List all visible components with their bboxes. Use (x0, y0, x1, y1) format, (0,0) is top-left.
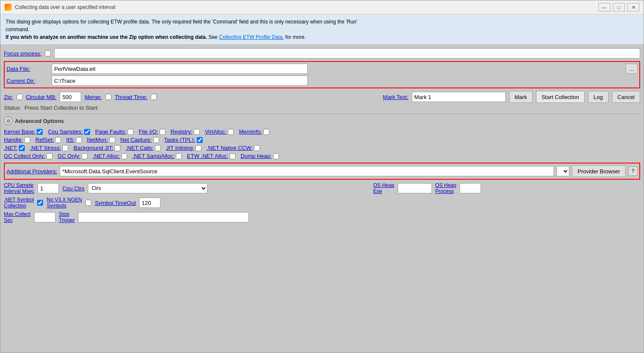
refset-checkbox[interactable] (55, 137, 61, 143)
tasks-tpl-checkbox[interactable] (197, 137, 203, 143)
tasks-tpl-label[interactable]: Tasks (TPL): (164, 137, 195, 143)
os-heap-exe-input[interactable] (398, 183, 432, 193)
iis-checkbox[interactable] (76, 137, 82, 143)
zip-label[interactable]: Zip: (4, 94, 13, 100)
net-capture-label[interactable]: Net Capture: (120, 137, 152, 143)
browse-button[interactable]: ... (626, 64, 638, 74)
dot-net-native-ccw-checkbox[interactable] (254, 145, 260, 151)
max-collect-sec-input[interactable] (34, 212, 55, 222)
collapse-button[interactable]: ⊙ (4, 117, 12, 125)
no-v3x-checkbox[interactable] (85, 200, 91, 206)
providers-help-button[interactable]: ? (628, 166, 638, 176)
mark-text-label[interactable]: Mark Text: (383, 94, 408, 100)
collecting-etw-link[interactable]: Collecting ETW Profile Data. (219, 34, 284, 40)
focus-process-checkbox[interactable] (45, 50, 51, 56)
merge-label[interactable]: Merge: (85, 94, 102, 100)
cancel-button[interactable]: Cancel (612, 91, 640, 103)
dot-net-native-ccw-label[interactable]: .NET Native CCW: (207, 145, 253, 151)
additional-providers-input[interactable] (60, 166, 554, 176)
kernel-base-checkbox[interactable] (37, 129, 43, 135)
gc-only-label[interactable]: GC Only: (58, 153, 80, 159)
mark-button[interactable]: Mark (509, 91, 533, 103)
max-collect-sec-label[interactable]: Max Collect Sec (4, 211, 31, 223)
virt-alloc-checkbox[interactable] (228, 129, 234, 135)
zip-checkbox[interactable] (17, 94, 23, 100)
dump-heap-label[interactable]: Dump Heap: (241, 153, 272, 159)
circular-mb-label[interactable]: Circular MB: (26, 94, 57, 100)
netmon-label[interactable]: NetMon: (87, 137, 108, 143)
net-capture-checkbox[interactable] (153, 137, 159, 143)
os-heap-process-label[interactable]: OS Heap Process (435, 182, 456, 194)
dump-heap-checkbox[interactable] (273, 153, 279, 159)
log-button[interactable]: Log (588, 91, 609, 103)
dot-net-label[interactable]: .NET: (4, 145, 17, 151)
stop-trigger-input[interactable] (78, 212, 249, 222)
dot-net-alloc-label[interactable]: .NET Alloc: (93, 153, 120, 159)
mark-text-input[interactable] (412, 92, 506, 102)
registry-checkbox[interactable] (194, 129, 200, 135)
mem-info-checkbox[interactable] (263, 129, 269, 135)
background-jit-checkbox[interactable] (114, 145, 120, 151)
net-symbol-label[interactable]: .NET Symbol Collection (4, 197, 34, 209)
dot-net-stress-checkbox[interactable] (62, 145, 68, 151)
data-file-label[interactable]: Data File: (6, 66, 49, 72)
dot-net-samp-alloc-checkbox[interactable] (176, 153, 182, 159)
minimize-button[interactable]: — (598, 3, 610, 12)
close-button[interactable]: ✕ (627, 3, 639, 12)
dot-net-calls-label[interactable]: .NET Calls: (125, 145, 154, 151)
etw-dot-net-alloc-label[interactable]: ETW .NET Alloc: (187, 153, 228, 159)
dot-net-samp-alloc-label[interactable]: .NET SampAlloc: (132, 153, 175, 159)
cpu-interval-label[interactable]: CPU Sample Interval Msec (4, 182, 34, 194)
current-dir-input[interactable] (52, 76, 308, 86)
jit-inlining-checkbox[interactable] (195, 145, 201, 151)
cpu-samples-checkbox[interactable] (84, 129, 90, 135)
page-faults-label[interactable]: Page Faults: (95, 128, 126, 135)
circular-mb-input[interactable] (60, 92, 81, 102)
cpu-interval-input[interactable] (38, 183, 59, 193)
os-heap-process-input[interactable] (460, 183, 481, 193)
maximize-button[interactable]: □ (613, 3, 625, 12)
gc-only-checkbox[interactable] (82, 153, 87, 159)
focus-process-input[interactable]: ** Machine Wide ** (54, 48, 640, 58)
providers-dropdown[interactable] (557, 166, 569, 176)
dot-net-alloc-checkbox[interactable] (121, 153, 127, 159)
current-dir-label[interactable]: Current Dir: (6, 78, 49, 84)
no-v3x-label[interactable]: No V3.X NGEN Symbols (47, 197, 82, 209)
kernel-base-label[interactable]: Kernel Base: (4, 128, 35, 135)
handle-checkbox[interactable] (24, 137, 30, 143)
file-io-checkbox[interactable] (160, 129, 166, 135)
netmon-checkbox[interactable] (109, 137, 115, 143)
iis-label[interactable]: IIS: (66, 137, 75, 143)
thread-time-checkbox[interactable] (151, 94, 157, 100)
start-collection-button[interactable]: Start Collection (536, 91, 585, 103)
thread-time-label[interactable]: Thread Time: (115, 94, 148, 100)
symbol-timeout-input[interactable] (139, 198, 160, 208)
gc-collect-only-checkbox[interactable] (47, 153, 52, 159)
virt-alloc-label[interactable]: VirtAlloc: (205, 128, 227, 135)
registry-label[interactable]: Registry: (171, 128, 192, 135)
symbol-timeout-label[interactable]: Symbol TimeOut (95, 200, 136, 206)
mem-info-label[interactable]: MemInfo: (239, 128, 262, 135)
stop-trigger-label[interactable]: Stop Trigger (59, 211, 75, 223)
refset-label[interactable]: RefSet: (35, 137, 54, 143)
background-jit-label[interactable]: Background JIT: (73, 145, 113, 151)
additional-providers-label[interactable]: Additional Providers: (6, 168, 57, 175)
file-io-label[interactable]: File I/O: (139, 128, 158, 135)
os-heap-exe-label[interactable]: OS Heap Exe (373, 182, 394, 194)
net-symbol-checkbox[interactable] (37, 200, 43, 206)
page-faults-checkbox[interactable] (128, 129, 134, 135)
dot-net-stress-label[interactable]: .NET Stress: (30, 145, 61, 151)
handle-label[interactable]: Handle: (4, 137, 23, 143)
cpu-samples-label[interactable]: Cpu Samples: (48, 128, 83, 135)
dot-net-checkbox[interactable] (19, 145, 25, 151)
gc-collect-only-label[interactable]: GC Collect Only: (4, 153, 45, 159)
jit-inlining-label[interactable]: JIT Inlining: (166, 145, 194, 151)
dot-net-calls-checkbox[interactable] (155, 145, 161, 151)
merge-checkbox[interactable] (105, 94, 111, 100)
focus-process-label[interactable]: Focus process: (4, 50, 41, 57)
etw-dot-net-alloc-checkbox[interactable] (230, 153, 236, 159)
data-file-input[interactable] (52, 64, 308, 74)
provider-browser-button[interactable]: Provider Browser (572, 165, 626, 177)
cpu-ctrs-label[interactable]: Cpu Ctrs (62, 185, 84, 192)
advanced-options-header[interactable]: ⊙ Advanced Options (4, 117, 640, 125)
